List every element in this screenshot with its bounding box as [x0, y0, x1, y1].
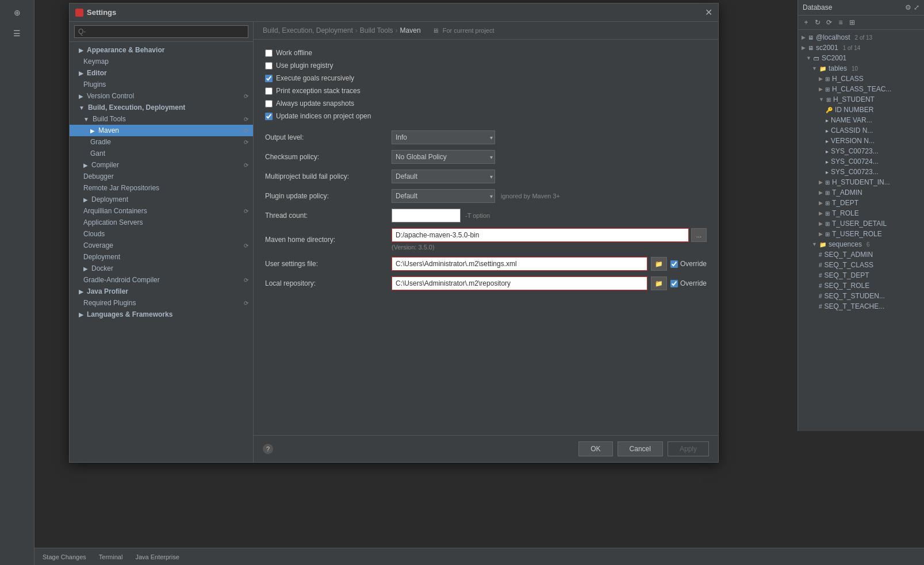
- sidebar-item-java-profiler[interactable]: ▶Java Profiler: [70, 286, 253, 297]
- plugin-update-select[interactable]: Default Always Never Daily: [392, 189, 495, 203]
- thread-count-row: Thread count: -T option: [265, 209, 707, 222]
- local-repo-folder-btn[interactable]: 📁: [651, 276, 667, 290]
- multiproject-select[interactable]: Default Fail at end Fail never: [392, 170, 495, 183]
- cancel-button[interactable]: Cancel: [618, 441, 663, 456]
- sidebar-item-keymap[interactable]: Keymap: [70, 56, 253, 67]
- use-plugin-checkbox[interactable]: [265, 62, 273, 70]
- db-icon-expand[interactable]: ⤢: [914, 3, 919, 11]
- sidebar-sync-gradle-android: ⟳: [244, 277, 248, 283]
- sidebar-item-version-control[interactable]: ▶Version Control⟳: [70, 90, 253, 102]
- sidebar-item-remote-jar[interactable]: Remote Jar Repositories: [70, 182, 253, 194]
- execute-goals-checkbox[interactable]: [265, 75, 273, 82]
- sidebar-item-debugger[interactable]: Debugger: [70, 171, 253, 182]
- sidebar-item-coverage[interactable]: Coverage⟳: [70, 240, 253, 251]
- local-repo-override: Override: [670, 279, 707, 287]
- db-item[interactable]: ▸ SYS_C00724...: [798, 156, 924, 167]
- maven-home-input[interactable]: [392, 228, 689, 242]
- local-repo-input[interactable]: [392, 276, 647, 290]
- maven-home-browse-btn[interactable]: ...: [691, 228, 707, 242]
- checksum-policy-select[interactable]: No Global Policy Strict Lax: [392, 150, 495, 164]
- sidebar-sync-required-plugins: ⟳: [244, 300, 248, 306]
- db-item[interactable]: ▸ CLASSID N...: [798, 125, 924, 136]
- sidebar-item-app-servers[interactable]: Application Servers: [70, 217, 253, 228]
- ok-button[interactable]: OK: [578, 441, 612, 456]
- db-item[interactable]: ▼ 📁 tables10: [798, 63, 924, 74]
- db-item-icon: ▸: [826, 148, 829, 155]
- sidebar-item-gradle[interactable]: Gradle⟳: [70, 136, 253, 148]
- apply-button[interactable]: Apply: [668, 441, 709, 456]
- db-item-label: tables: [829, 64, 847, 72]
- sidebar-item-languages[interactable]: ▶Languages & Frameworks: [70, 309, 253, 320]
- gutter-icon-1[interactable]: ⊕: [9, 5, 25, 21]
- db-item[interactable]: ▸ SYS_C00723...: [798, 146, 924, 156]
- gutter-icon-2[interactable]: ☰: [9, 25, 25, 41]
- thread-count-input[interactable]: [392, 209, 461, 222]
- db-item[interactable]: # SEQ_T_STUDEN...: [798, 291, 924, 301]
- db-refresh-icon[interactable]: ↻: [813, 18, 822, 27]
- db-item[interactable]: # SEQ_T_ROLE: [798, 280, 924, 291]
- db-item[interactable]: ▼ 📁 sequences6: [798, 239, 924, 249]
- bottom-tab-terminal[interactable]: Terminal: [93, 551, 129, 563]
- local-repo-override-checkbox[interactable]: [670, 280, 678, 287]
- db-item[interactable]: ▸ VERSION N...: [798, 136, 924, 146]
- sidebar-item-build-exec[interactable]: ▼Build, Execution, Deployment: [70, 102, 253, 113]
- sidebar-item-clouds[interactable]: Clouds: [70, 228, 253, 240]
- sidebar-item-maven[interactable]: ▶Maven⟳: [70, 125, 253, 136]
- db-item[interactable]: ▶ ⊞ T_USER_ROLE: [798, 229, 924, 239]
- close-button[interactable]: ✕: [705, 7, 712, 18]
- db-sync-icon[interactable]: ⟳: [825, 18, 834, 27]
- user-settings-override: Override: [670, 260, 707, 268]
- user-settings-folder-btn[interactable]: 📁: [651, 257, 667, 271]
- db-item[interactable]: ▸ NAME VAR...: [798, 115, 924, 125]
- db-item[interactable]: ▸ SYS_C00723...: [798, 167, 924, 177]
- update-indices-checkbox[interactable]: [265, 113, 273, 120]
- db-item-icon: ⊞: [825, 86, 830, 93]
- bottom-tab-java[interactable]: Java Enterprise: [129, 551, 185, 563]
- sidebar-item-compiler[interactable]: ▶Compiler⟳: [70, 159, 253, 171]
- db-item[interactable]: # SEQ_T_ADMIN: [798, 249, 924, 260]
- sidebar-item-arquillian[interactable]: Arquillian Containers⟳: [70, 205, 253, 217]
- sidebar-item-build-tools[interactable]: ▼Build Tools⟳: [70, 113, 253, 125]
- db-icon-settings[interactable]: ⚙: [905, 3, 911, 11]
- db-item[interactable]: ▶ ⊞ H_CLASS_TEAC...: [798, 84, 924, 94]
- db-item[interactable]: ▼ ⊞ H_STUDENT: [798, 94, 924, 105]
- db-item[interactable]: # SEQ_T_TEACHE...: [798, 301, 924, 312]
- search-input[interactable]: [74, 25, 248, 38]
- sidebar-item-deployment2[interactable]: Deployment: [70, 251, 253, 263]
- db-item[interactable]: ▶ ⊞ T_USER_DETAIL: [798, 218, 924, 229]
- sidebar-item-deployment[interactable]: ▶Deployment: [70, 194, 253, 205]
- db-item[interactable]: ▶ ⊞ T_ADMIN: [798, 187, 924, 198]
- sidebar-item-required-plugins[interactable]: Required Plugins⟳: [70, 297, 253, 309]
- sidebar-item-gant[interactable]: Gant: [70, 148, 253, 159]
- db-item[interactable]: ▶ ⊞ T_ROLE: [798, 208, 924, 218]
- db-table-icon[interactable]: ⊞: [848, 18, 857, 27]
- db-item[interactable]: # SEQ_T_DEPT: [798, 270, 924, 280]
- output-level-select[interactable]: Info Debug Warn Error: [392, 130, 495, 144]
- sidebar-item-editor[interactable]: ▶Editor: [70, 67, 253, 79]
- db-item[interactable]: ▼ 🗃 SC2001: [798, 53, 924, 63]
- always-update-checkbox[interactable]: [265, 100, 273, 107]
- sidebar-item-plugins[interactable]: Plugins: [70, 79, 253, 90]
- user-settings-override-checkbox[interactable]: [670, 260, 678, 268]
- db-add-icon[interactable]: +: [802, 18, 811, 27]
- print-exception-checkbox[interactable]: [265, 87, 273, 95]
- db-item-label: H_STUDENT: [833, 95, 875, 103]
- sidebar-item-docker[interactable]: ▶Docker: [70, 263, 253, 274]
- db-item[interactable]: ▶ 🖥 @localhost2 of 13: [798, 32, 924, 43]
- db-item[interactable]: ▶ ⊞ H_CLASS: [798, 74, 924, 84]
- sidebar-arrow-docker: ▶: [83, 266, 88, 272]
- help-button[interactable]: ?: [263, 444, 273, 454]
- db-item[interactable]: ▶ ⊞ H_STUDENT_IN...: [798, 177, 924, 187]
- db-item[interactable]: ▶ 🖥 sc20011 of 14: [798, 43, 924, 53]
- sidebar-item-appearance[interactable]: ▶Appearance & Behavior: [70, 44, 253, 56]
- db-filter-icon[interactable]: ≡: [836, 18, 845, 27]
- sidebar-item-gradle-android[interactable]: Gradle-Android Compiler⟳: [70, 274, 253, 286]
- work-offline-checkbox[interactable]: [265, 49, 273, 57]
- db-item-label: SEQ_T_DEPT: [825, 271, 869, 279]
- thread-count-control: -T option: [392, 209, 707, 222]
- user-settings-input[interactable]: [392, 257, 647, 271]
- bottom-tab-stage[interactable]: Stage Changes: [37, 551, 92, 563]
- db-item[interactable]: ▶ ⊞ T_DEPT: [798, 198, 924, 208]
- db-item[interactable]: 🔑 ID NUMBER: [798, 105, 924, 115]
- db-item[interactable]: # SEQ_T_CLASS: [798, 260, 924, 270]
